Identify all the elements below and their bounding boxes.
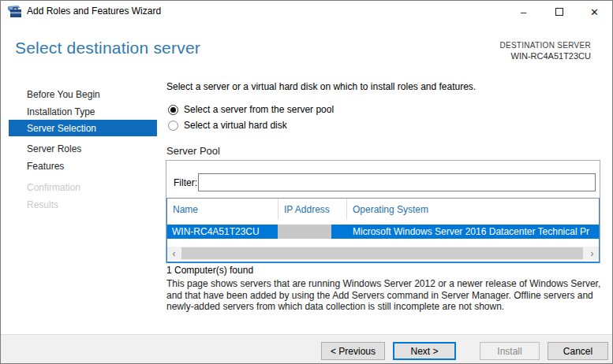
wizard-footer: < Previous Next > Install Cancel [1,334,612,363]
radio-dot [170,107,176,113]
sidebar-item-confirmation: Confirmation [9,179,157,195]
minimize-icon[interactable]: – [506,1,541,23]
column-header-name[interactable]: Name [167,199,278,220]
sidebar-item-before-you-begin[interactable]: Before You Begin [9,86,157,102]
close-icon[interactable]: ✕ [577,1,612,23]
filter-label: Filter: [174,177,197,188]
column-header-ip-address[interactable]: IP Address [278,199,347,220]
cancel-button[interactable]: Cancel [548,342,608,360]
window-controls: – ✕ [506,1,612,23]
computers-found-count: 1 Computer(s) found [166,265,253,276]
sidebar-item-installation-type[interactable]: Installation Type [9,103,157,120]
window-title: Add Roles and Features Wizard [27,6,161,17]
maximize-icon[interactable] [541,1,577,23]
install-button[interactable]: Install [480,342,540,360]
sidebar-item-results: Results [9,196,157,213]
column-header-operating-system[interactable]: Operating System [347,199,599,220]
radio-selected-icon [168,105,178,115]
page-description: This page shows servers that are running… [166,278,608,313]
radio-server-pool[interactable]: Select a server from the server pool [168,104,334,115]
next-button[interactable]: Next > [393,342,456,360]
sidebar-item-server-selection[interactable]: Server Selection [9,120,157,136]
destination-server-name: WIN-RC4A51T23CU [499,50,591,61]
radio-server-pool-label: Select a server from the server pool [184,104,334,115]
server-pool-table: Name IP Address Operating System WIN-RC4… [166,198,600,263]
page-instruction: Select a server or a virtual hard disk o… [166,81,605,92]
radio-virtual-hard-disk-label: Select a virtual hard disk [184,120,287,131]
titlebar[interactable]: Add Roles and Features Wizard – ✕ [1,1,612,23]
page-title: Select destination server [15,39,200,58]
destination-server-block: DESTINATION SERVER WIN-RC4A51T23CU [499,40,591,61]
scrollbar-thumb[interactable] [181,247,583,259]
filter-input[interactable] [198,173,596,191]
sidebar-item-server-roles[interactable]: Server Roles [9,140,157,157]
previous-button[interactable]: < Previous [321,342,385,360]
scroll-left-icon[interactable]: ‹ [167,247,181,260]
horizontal-scrollbar[interactable]: ‹ › [167,247,599,260]
server-pool-group: Filter: Name IP Address Operating System… [166,160,600,263]
destination-server-label: DESTINATION SERVER [499,40,591,50]
cell-ip-address [278,225,331,239]
server-pool-section-label: Server Pool [166,145,220,157]
table-row-selected-server[interactable]: WIN-RC4A51T23CU Microsoft Windows Server… [167,225,599,239]
wizard-toolbox-icon [8,5,22,17]
sidebar-item-features[interactable]: Features [9,158,157,174]
cell-server-name: WIN-RC4A51T23CU [172,226,260,237]
table-header-row: Name IP Address Operating System [167,199,599,220]
radio-unselected-icon [168,121,178,131]
add-roles-features-wizard-window: Add Roles and Features Wizard – ✕ Select… [0,0,613,364]
radio-virtual-hard-disk[interactable]: Select a virtual hard disk [168,120,287,131]
maximize-box-glyph [555,8,563,16]
scroll-right-icon[interactable]: › [585,247,599,260]
cell-operating-system: Microsoft Windows Server 2016 Datacenter… [353,226,589,237]
